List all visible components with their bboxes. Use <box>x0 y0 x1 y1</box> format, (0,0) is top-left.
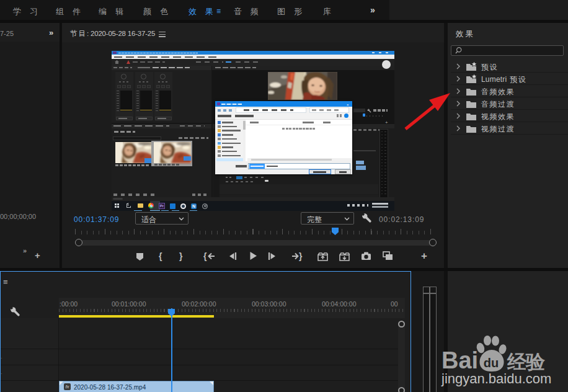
svg-text:du: du <box>484 356 499 370</box>
